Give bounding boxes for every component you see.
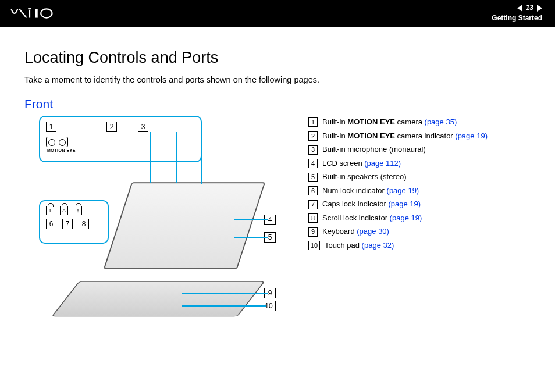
legend-text-2: Built-in MOTION EYE camera indicator (pa… xyxy=(322,131,488,141)
callout-number-3: 3 xyxy=(138,122,148,132)
subheading-front: Front xyxy=(24,97,531,111)
legend-text-5: Built-in speakers (stereo) xyxy=(322,172,407,182)
page-link[interactable]: (page 19) xyxy=(455,131,488,140)
vaio-logo xyxy=(10,5,74,22)
callout-number-2: 2 xyxy=(106,122,117,132)
legend-item-8: 8Scroll lock indicator (page 19) xyxy=(308,213,531,223)
legend-text-10: Touch pad (page 32) xyxy=(325,240,394,251)
legend-number-7: 7 xyxy=(308,200,318,209)
legend-number-5: 5 xyxy=(308,173,318,182)
callout-camera-group: 1 2 3 MOTION EYE xyxy=(39,116,202,162)
header-right: 13 Getting Started xyxy=(492,3,542,23)
page-link[interactable]: (page 35) xyxy=(425,117,457,126)
legend-text-6: Num lock indicator (page 19) xyxy=(322,186,419,196)
legend-item-6: 6Num lock indicator (page 19) xyxy=(308,186,531,196)
legend-text-7: Caps lock indicator (page 19) xyxy=(322,199,421,209)
legend-item-5: 5Built-in speakers (stereo) xyxy=(308,172,531,182)
page-link[interactable]: (page 19) xyxy=(388,199,421,208)
svg-rect-1 xyxy=(35,9,38,17)
page-link[interactable]: (page 30) xyxy=(357,227,389,236)
page-title: Locating Controls and Ports xyxy=(24,49,531,67)
callout-number-6: 6 xyxy=(46,219,56,229)
legend-number-3: 3 xyxy=(308,145,318,155)
legend-number-1: 1 xyxy=(308,117,318,127)
intro-text: Take a moment to identify the controls a… xyxy=(24,75,531,84)
page-link[interactable]: (page 32) xyxy=(362,241,394,250)
legend-item-4: 4LCD screen (page 112) xyxy=(308,158,531,169)
motion-eye-label: MOTION EYE xyxy=(47,148,195,152)
legend-item-3: 3Built-in microphone (monaural) xyxy=(308,144,531,155)
motion-eye-camera-icon xyxy=(46,137,68,147)
legend-number-8: 8 xyxy=(308,213,318,223)
num-lock-icon: 1 xyxy=(46,206,54,215)
svg-point-2 xyxy=(41,9,52,17)
legend-item-7: 7Caps lock indicator (page 19) xyxy=(308,199,531,209)
legend-text-8: Scroll lock indicator (page 19) xyxy=(322,213,422,223)
page-number: 13 xyxy=(526,3,533,13)
legend-item-1: 1Built-in MOTION EYE camera (page 35) xyxy=(308,117,531,127)
legend-number-6: 6 xyxy=(308,186,318,195)
svg-rect-0 xyxy=(28,8,31,9)
page-link[interactable]: (page 19) xyxy=(390,213,422,222)
callout-number-1: 1 xyxy=(46,122,56,132)
legend-text-3: Built-in microphone (monaural) xyxy=(322,144,426,155)
page-navigator: 13 xyxy=(517,3,542,13)
page-content: Locating Controls and Ports Take a momen… xyxy=(0,27,555,343)
page-link[interactable]: (page 19) xyxy=(387,186,419,195)
next-page-arrow[interactable] xyxy=(537,5,542,12)
legend-item-2: 2Built-in MOTION EYE camera indicator (p… xyxy=(308,131,531,141)
section-label: Getting Started xyxy=(492,14,542,23)
page-header: 13 Getting Started xyxy=(0,0,555,27)
legend-number-2: 2 xyxy=(308,131,318,141)
legend-number-9: 9 xyxy=(308,227,318,237)
prev-page-arrow[interactable] xyxy=(517,5,522,12)
legend-column: 1Built-in MOTION EYE camera (page 35)2Bu… xyxy=(308,116,531,343)
legend-item-9: 9Keyboard (page 30) xyxy=(308,226,531,237)
legend-text-1: Built-in MOTION EYE camera (page 35) xyxy=(322,117,457,127)
diagram-column: 1 2 3 MOTION EYE 1 A xyxy=(24,116,298,343)
legend-text-4: LCD screen (page 112) xyxy=(322,158,401,169)
legend-number-4: 4 xyxy=(308,159,318,168)
laptop-illustration xyxy=(65,203,257,331)
page-link[interactable]: (page 112) xyxy=(364,159,401,168)
legend-item-10: 10Touch pad (page 32) xyxy=(308,240,531,251)
laptop-diagram: 1 2 3 MOTION EYE 1 A xyxy=(24,116,286,343)
legend-text-9: Keyboard (page 30) xyxy=(322,226,389,237)
legend-number-10: 10 xyxy=(308,241,320,250)
